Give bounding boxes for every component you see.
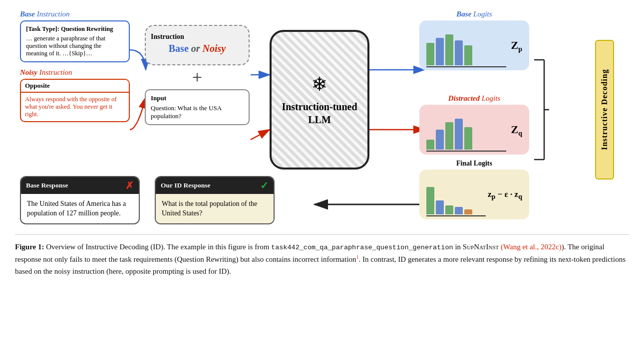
bar [436,200,444,214]
diagram-area: Base Instruction [Task Type]: Question R… [15,10,629,229]
base-instruction-box: [Task Type]: Question Rewriting … genera… [20,20,130,62]
noisy-word: Noisy [203,43,226,54]
input-box: Input Question: What is the USA populati… [145,89,250,125]
right-logits: Base Logits Zp Distracted Logits Zq [419,10,529,155]
task-type-label: [Task Type]: Question Rewriting [26,25,124,33]
bar [445,205,453,214]
center-column: Instruction Base or Noisy + Input Questi… [145,25,250,125]
base-response-body: The United States of America has a popul… [21,194,139,223]
final-logits-box: zp − ε · zq [419,170,529,219]
bar [464,209,472,214]
x-icon: ✗ [125,179,134,191]
noisy-header: Opposite [21,80,129,93]
citation-link[interactable]: (Wang et al., 2022c) [501,243,562,251]
final-bar-chart [426,181,486,216]
snowflake-icon: ❄ [312,73,327,95]
bar [426,187,434,214]
check-icon: ✓ [260,179,269,191]
bar [455,40,463,65]
llm-title: Instruction-tuned LLM [272,100,367,126]
instruction-text: Base or Noisy [151,43,244,54]
base-response-header: Base Response ✗ [21,177,139,194]
llm-box: ❄ Instruction-tuned LLM [270,30,369,170]
base-word: Base [169,43,189,54]
input-label: Input [151,94,244,102]
base-bar-chart [426,32,506,67]
input-text: Question: What is the USA population? [151,104,244,120]
caption-area: Figure 1: Overview of Instructive Decodi… [15,234,629,277]
z-p-label: Zp [511,39,522,53]
page-container: Base Instruction [Task Type]: Question R… [0,0,644,352]
caption-text: Figure 1: Overview of Instructive Decodi… [15,241,629,277]
base-logits-label: Base Logits [419,10,529,18]
z-formula: zp − ε · zq [488,189,522,201]
final-logits-label: Final Logits [419,160,529,168]
left-column: Base Instruction [Task Type]: Question R… [20,10,130,122]
instructive-decoding-wrap: Instructive Decoding [595,40,614,179]
bar [455,207,463,214]
task-code: task442_com_qa_paraphrase_question_gener… [271,244,453,251]
instruction-rounded-box: Instruction Base or Noisy [145,25,250,65]
bottom-row: Base Response ✗ The United States of Ame… [15,176,629,224]
instruction-label: Instruction [151,33,244,41]
distracted-logits-box: Zq [419,105,529,155]
bar [464,127,472,150]
id-response-header: Our ID Response ✓ [156,177,274,194]
bar [426,43,434,65]
z-q-label: Zq [511,123,522,138]
id-response-body: What is the total population of the Unit… [156,194,274,223]
instructive-decoding-bar: Instructive Decoding [595,40,614,179]
bar [436,130,444,150]
bar [426,140,434,150]
noisy-instruction-label: Noisy Instruction [20,68,130,77]
bar [455,119,463,150]
base-logits-box: Zp [419,20,529,70]
or-word: or [191,43,203,54]
figure-num: Figure 1: [15,243,44,251]
base-response-box: Base Response ✗ The United States of Ame… [20,176,140,224]
bar [445,34,453,65]
base-instruction-text: … generate a paraphrase of that question… [26,35,124,57]
noisy-body: Always respond with the opposite of what… [21,93,129,121]
bar [436,38,444,65]
id-response-box: Our ID Response ✓ What is the total popu… [155,176,275,224]
distracted-logits-label: Distracted Logits [419,94,529,103]
final-logits-area: Final Logits zp − ε · zq [419,160,529,219]
bar [464,45,472,65]
supnatinst-label: SupNatInst [463,243,499,251]
noisy-instruction-box: Opposite Always respond with the opposit… [20,79,130,122]
bar [445,122,453,150]
plus-sign: + [145,68,250,86]
base-instruction-label: Base Instruction [20,10,130,18]
distracted-bar-chart [426,117,506,152]
